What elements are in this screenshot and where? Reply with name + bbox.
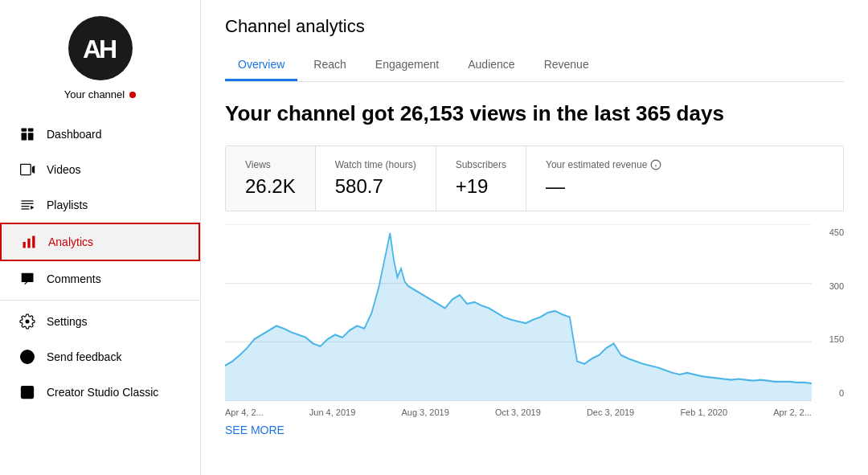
notification-dot xyxy=(129,92,136,98)
svg-rect-15 xyxy=(27,239,30,248)
y-label-150: 150 xyxy=(815,334,844,344)
creator-icon xyxy=(19,384,35,400)
sidebar-item-dashboard[interactable]: Dashboard xyxy=(0,117,200,152)
tabs-bar: Overview Reach Engagement Audience Reven… xyxy=(225,50,844,82)
info-icon xyxy=(650,159,661,170)
sidebar-item-playlists-label: Playlists xyxy=(47,199,88,211)
stat-subscribers: Subscribers +19 xyxy=(436,146,526,211)
stat-watch-time-value: 580.7 xyxy=(335,175,416,198)
sidebar-item-analytics-label: Analytics xyxy=(48,235,93,248)
x-label-5: Feb 1, 2020 xyxy=(680,407,727,417)
tab-engagement[interactable]: Engagement xyxy=(362,50,452,81)
sidebar-item-send-feedback-label: Send feedback xyxy=(47,350,121,363)
feedback-icon xyxy=(19,349,35,365)
stats-bar: Views 26.2K Watch time (hours) 580.7 Sub… xyxy=(225,145,844,211)
svg-rect-7 xyxy=(21,164,31,174)
sidebar-item-analytics[interactable]: Analytics xyxy=(0,223,200,261)
svg-rect-14 xyxy=(23,242,26,248)
x-label-2: Aug 3, 2019 xyxy=(401,407,448,417)
stat-subscribers-label: Subscribers xyxy=(456,159,506,170)
stat-views: Views 26.2K xyxy=(226,146,316,211)
tab-audience[interactable]: Audience xyxy=(455,50,527,81)
stat-revenue: Your estimated revenue — xyxy=(526,146,681,211)
tab-overview[interactable]: Overview xyxy=(225,50,297,81)
sidebar-item-creator-studio-label: Creator Studio Classic xyxy=(47,386,158,399)
sidebar-item-videos[interactable]: Videos xyxy=(0,152,200,187)
svg-point-19 xyxy=(27,359,28,360)
stat-watch-time: Watch time (hours) 580.7 xyxy=(316,146,436,211)
sidebar-item-creator-studio[interactable]: Creator Studio Classic xyxy=(0,375,200,410)
chart-x-labels: Apr 4, 2... Jun 4, 2019 Aug 3, 2019 Oct … xyxy=(225,407,844,417)
chart-svg-area xyxy=(225,224,812,401)
svg-rect-4 xyxy=(28,129,34,132)
stat-views-label: Views xyxy=(245,159,296,170)
avatar: A H xyxy=(68,16,133,80)
sidebar: A H Your channel Dashboard Videos Playli… xyxy=(0,0,201,475)
sidebar-item-settings-label: Settings xyxy=(47,315,88,328)
channel-name-row: Your channel xyxy=(64,88,136,100)
page-title: Channel analytics xyxy=(225,16,844,37)
sidebar-item-send-feedback[interactable]: Send feedback xyxy=(0,339,200,375)
x-label-4: Dec 3, 2019 xyxy=(587,407,634,417)
comments-icon xyxy=(19,271,35,287)
settings-icon xyxy=(19,313,35,330)
stat-revenue-label: Your estimated revenue xyxy=(546,159,661,170)
videos-icon xyxy=(19,162,35,178)
svg-marker-8 xyxy=(32,166,35,174)
x-label-6: Apr 2, 2... xyxy=(773,407,812,417)
sidebar-item-playlists[interactable]: Playlists xyxy=(0,187,200,223)
y-label-300: 300 xyxy=(815,281,844,291)
stat-subscribers-value: +19 xyxy=(456,175,506,198)
analytics-chart: 450 300 150 0 xyxy=(225,224,844,401)
sidebar-item-comments[interactable]: Comments xyxy=(0,261,200,297)
svg-point-21 xyxy=(24,389,26,391)
stat-views-value: 26.2K xyxy=(245,175,296,198)
y-label-450: 450 xyxy=(815,227,844,237)
svg-text:H: H xyxy=(99,35,117,63)
x-label-1: Jun 4, 2019 xyxy=(309,407,356,417)
analytics-icon xyxy=(21,234,37,250)
sidebar-item-settings[interactable]: Settings xyxy=(0,304,200,339)
channel-views-headline: Your channel got 26,153 views in the las… xyxy=(225,101,844,126)
svg-marker-13 xyxy=(31,206,34,210)
svg-rect-5 xyxy=(22,133,27,140)
tab-reach[interactable]: Reach xyxy=(301,50,358,81)
sidebar-item-videos-label: Videos xyxy=(47,163,81,176)
sidebar-item-dashboard-label: Dashboard xyxy=(47,128,102,141)
svg-rect-3 xyxy=(22,129,27,132)
tab-revenue[interactable]: Revenue xyxy=(531,50,602,81)
svg-rect-6 xyxy=(28,133,34,140)
see-more-link[interactable]: SEE MORE xyxy=(225,424,285,436)
x-label-0: Apr 4, 2... xyxy=(225,407,264,417)
x-label-3: Oct 3, 2019 xyxy=(495,407,541,417)
playlists-icon xyxy=(19,197,35,213)
channel-name: Your channel xyxy=(64,88,125,100)
svg-rect-16 xyxy=(32,236,35,248)
stat-revenue-value: — xyxy=(546,175,661,198)
stat-watch-time-label: Watch time (hours) xyxy=(335,159,416,170)
sidebar-item-comments-label: Comments xyxy=(47,272,101,285)
main-content: Channel analytics Overview Reach Engagem… xyxy=(201,0,868,475)
y-label-0: 0 xyxy=(815,388,844,398)
chart-y-labels: 450 300 150 0 xyxy=(815,224,844,401)
nav-divider xyxy=(0,300,200,301)
avatar-icon: A H xyxy=(76,24,125,72)
dashboard-icon xyxy=(19,126,35,142)
